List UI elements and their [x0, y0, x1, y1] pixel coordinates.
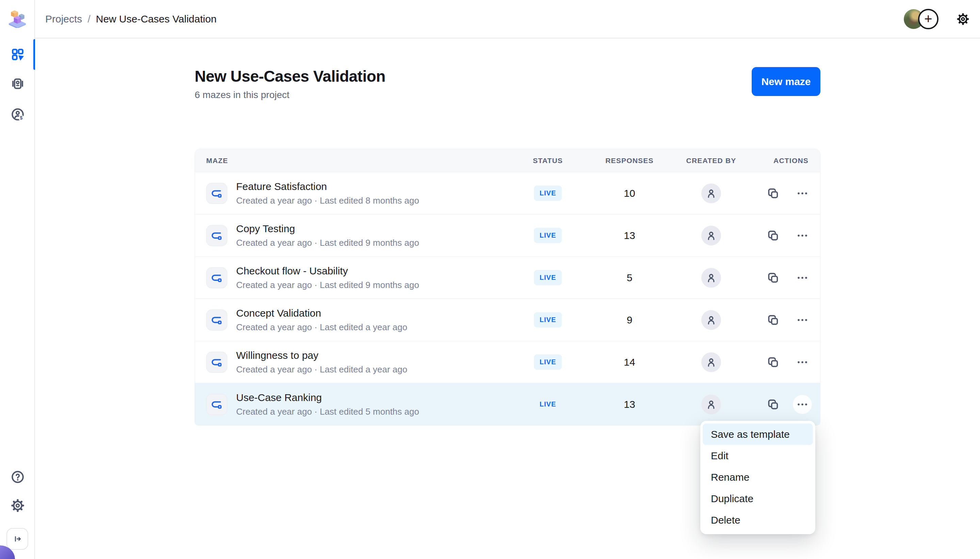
breadcrumb-separator: /	[87, 13, 90, 25]
created-by-cell	[670, 184, 752, 203]
maze-thumbnail	[206, 183, 227, 204]
maze-meta: Created a year ago · Last edited 5 month…	[236, 407, 419, 417]
sidebar-item-settings[interactable]	[0, 493, 35, 518]
duplicate-button[interactable]	[764, 268, 783, 287]
person-icon	[705, 314, 717, 326]
maze-name: Use-Case Ranking	[236, 392, 419, 404]
responses-count: 13	[589, 399, 670, 410]
responses-count: 10	[589, 188, 670, 199]
maze-name: Concept Validation	[236, 308, 408, 319]
context-menu-item-rename[interactable]: Rename	[703, 466, 813, 488]
status-badge: LIVE	[534, 397, 562, 412]
duplicate-icon	[766, 356, 780, 369]
actions-cell	[752, 395, 820, 414]
breadcrumb: Projects / New Use-Cases Validation	[45, 13, 216, 25]
creator-avatar	[701, 226, 721, 245]
more-options-icon	[795, 313, 809, 327]
creator-avatar	[701, 268, 721, 288]
created-by-cell	[670, 352, 752, 372]
duplicate-icon	[766, 313, 780, 327]
maze-cell: Concept Validation Created a year ago · …	[195, 308, 507, 332]
created-by-cell	[670, 268, 752, 288]
table-row[interactable]: Use-Case Ranking Created a year ago · La…	[195, 383, 820, 425]
more-options-button[interactable]	[793, 226, 812, 245]
page-title: New Use-Cases Validation	[195, 67, 386, 86]
duplicate-icon	[766, 229, 780, 242]
maze-meta: Created a year ago · Last edited a year …	[236, 364, 408, 375]
left-sidebar: $	[0, 0, 35, 559]
table-row[interactable]: Feature Satisfaction Created a year ago …	[195, 172, 820, 214]
sidebar-item-reach[interactable]: $	[0, 101, 35, 127]
person-icon	[705, 230, 717, 242]
status-badge: LIVE	[534, 354, 562, 370]
responses-count: 13	[589, 230, 670, 241]
maze-meta: Created a year ago · Last edited 9 month…	[236, 280, 419, 290]
creator-avatar	[701, 395, 721, 414]
context-menu-item-save-as-template[interactable]: Save as template	[703, 423, 813, 445]
sidebar-item-projects[interactable]	[0, 41, 35, 68]
maze-meta: Created a year ago · Last edited 9 month…	[236, 238, 419, 248]
duplicate-button[interactable]	[764, 395, 783, 414]
table-row[interactable]: Concept Validation Created a year ago · …	[195, 299, 820, 341]
maze-thumbnail	[206, 309, 227, 331]
status-cell: LIVE	[507, 270, 589, 285]
duplicate-icon	[766, 187, 780, 200]
more-options-button[interactable]	[793, 311, 812, 329]
more-options-button[interactable]	[793, 353, 812, 372]
maze-path-icon	[210, 271, 223, 284]
duplicate-icon	[766, 271, 780, 284]
table-row[interactable]: Copy Testing Created a year ago · Last e…	[195, 214, 820, 256]
invite-plus-button[interactable]: +	[918, 9, 939, 29]
settings-gear-icon	[10, 498, 25, 513]
more-options-button[interactable]	[793, 268, 812, 287]
maze-logo[interactable]	[8, 8, 27, 28]
duplicate-button[interactable]	[764, 184, 783, 203]
breadcrumb-current-page: New Use-Cases Validation	[96, 13, 217, 25]
context-menu-item-duplicate[interactable]: Duplicate	[703, 488, 813, 509]
column-header-maze: MAZE	[195, 157, 507, 165]
row-context-menu: Save as templateEditRenameDuplicateDelet…	[700, 421, 815, 534]
collapse-sidebar-button[interactable]	[7, 528, 28, 550]
maze-cell: Use-Case Ranking Created a year ago · La…	[195, 392, 507, 417]
collapse-sidebar-icon	[12, 533, 23, 545]
creator-avatar	[701, 310, 721, 330]
active-nav-indicator	[33, 39, 35, 70]
maze-cell: Copy Testing Created a year ago · Last e…	[195, 223, 507, 248]
more-options-button[interactable]	[793, 184, 812, 203]
maze-meta: Created a year ago · Last edited a year …	[236, 322, 408, 332]
sidebar-item-panel[interactable]	[0, 71, 35, 97]
more-options-button[interactable]	[793, 395, 812, 414]
maze-path-icon	[210, 314, 223, 326]
table-row[interactable]: Willingness to pay Created a year ago · …	[195, 341, 820, 383]
help-icon	[10, 470, 25, 485]
status-cell: LIVE	[507, 185, 589, 201]
status-badge: LIVE	[534, 312, 562, 327]
duplicate-button[interactable]	[764, 226, 783, 245]
top-bar: Projects / New Use-Cases Validation +	[35, 0, 980, 38]
context-menu-item-delete[interactable]: Delete	[703, 509, 813, 531]
person-icon	[705, 272, 717, 284]
responses-count: 5	[589, 272, 670, 284]
maze-cell: Willingness to pay Created a year ago · …	[195, 350, 507, 375]
mazes-table: MAZE STATUS RESPONSES CREATED BY ACTIONS…	[195, 149, 820, 425]
status-cell: LIVE	[507, 312, 589, 327]
more-options-icon	[795, 229, 809, 242]
reach-person-dollar-icon: $	[10, 107, 25, 122]
creator-avatar	[701, 184, 721, 203]
column-header-status: STATUS	[507, 157, 589, 165]
maze-name: Willingness to pay	[236, 350, 408, 361]
maze-name: Checkout flow - Usability	[236, 265, 419, 277]
new-maze-button[interactable]: New maze	[752, 67, 820, 96]
column-header-actions: ACTIONS	[752, 157, 820, 165]
table-row[interactable]: Checkout flow - Usability Created a year…	[195, 256, 820, 299]
sidebar-item-help[interactable]	[0, 464, 35, 490]
context-menu-item-edit[interactable]: Edit	[703, 445, 813, 466]
created-by-cell	[670, 310, 752, 330]
more-options-icon	[795, 271, 809, 284]
status-cell: LIVE	[507, 228, 589, 243]
duplicate-button[interactable]	[764, 353, 783, 372]
workspace-settings-button[interactable]	[956, 12, 970, 26]
duplicate-button[interactable]	[764, 311, 783, 329]
breadcrumb-projects-link[interactable]: Projects	[45, 13, 82, 25]
creator-avatar	[701, 352, 721, 372]
